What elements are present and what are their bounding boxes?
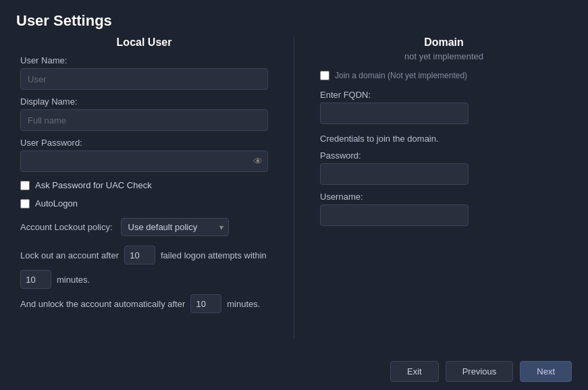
password-label: User Password: [20, 138, 268, 148]
domain-title: Domain [320, 36, 568, 49]
uac-checkbox-row: Ask Password for UAC Check [20, 180, 268, 190]
previous-button[interactable]: Previous [446, 361, 514, 382]
next-button[interactable]: Next [520, 361, 572, 382]
policy-dropdown-wrapper: Use default policy [121, 218, 229, 236]
lockout-row: Lock out an account after failed logon a… [20, 246, 268, 289]
username-label: User Name: [20, 55, 268, 65]
lockout-middle: failed logon attempts within [161, 250, 267, 260]
domain-password-label: Password: [320, 150, 568, 161]
fqdn-input[interactable] [320, 103, 469, 124]
local-user-title: Local User [20, 36, 268, 49]
uac-checkbox-label: Ask Password for UAC Check [35, 180, 152, 190]
domain-join-label: Join a domain (Not yet implemented) [335, 71, 467, 80]
autologon-checkbox-row: AutoLogon [20, 198, 268, 208]
domain-password-input[interactable] [320, 163, 469, 185]
uac-checkbox[interactable] [20, 181, 30, 190]
vertical-divider [294, 36, 294, 339]
domain-join-checkbox[interactable] [320, 71, 329, 80]
fqdn-label: Enter FQDN: [320, 90, 568, 100]
domain-username-input[interactable] [320, 204, 469, 226]
lockout-minutes-input[interactable] [20, 270, 51, 289]
password-wrapper: 👁 [20, 150, 268, 172]
username-input[interactable] [20, 68, 268, 90]
unlock-minutes-input[interactable] [190, 294, 221, 313]
domain-subtitle: not yet implemented [320, 51, 568, 61]
policy-row: Account Lockout policy: Use default poli… [20, 218, 268, 236]
domain-panel: Domain not yet implemented Join a domain… [313, 36, 574, 339]
unlock-prefix: And unlock the account automatically aft… [20, 299, 185, 309]
unlock-row: And unlock the account automatically aft… [20, 294, 268, 313]
domain-checkbox-row: Join a domain (Not yet implemented) [320, 71, 568, 80]
lockout-prefix: Lock out an account after [20, 250, 119, 260]
lockout-attempts-input[interactable] [124, 246, 155, 264]
display-name-input[interactable] [20, 109, 268, 131]
domain-username-label: Username: [320, 192, 568, 202]
policy-label: Account Lockout policy: [20, 222, 113, 232]
unlock-suffix: minutes. [227, 299, 260, 309]
display-name-label: Display Name: [20, 96, 268, 107]
show-password-icon[interactable]: 👁 [253, 156, 263, 167]
autologon-checkbox-label: AutoLogon [35, 198, 78, 208]
page-title: User Settings [0, 0, 588, 36]
policy-dropdown[interactable]: Use default policy [121, 218, 229, 236]
autologon-checkbox[interactable] [20, 199, 30, 208]
exit-button[interactable]: Exit [390, 361, 439, 382]
password-input[interactable] [20, 150, 268, 172]
footer: Exit Previous Next [0, 353, 588, 390]
local-user-panel: Local User User Name: Display Name: User… [14, 36, 275, 339]
credentials-label: Credentials to join the domain. [320, 134, 568, 144]
lockout-suffix: minutes. [57, 275, 90, 285]
